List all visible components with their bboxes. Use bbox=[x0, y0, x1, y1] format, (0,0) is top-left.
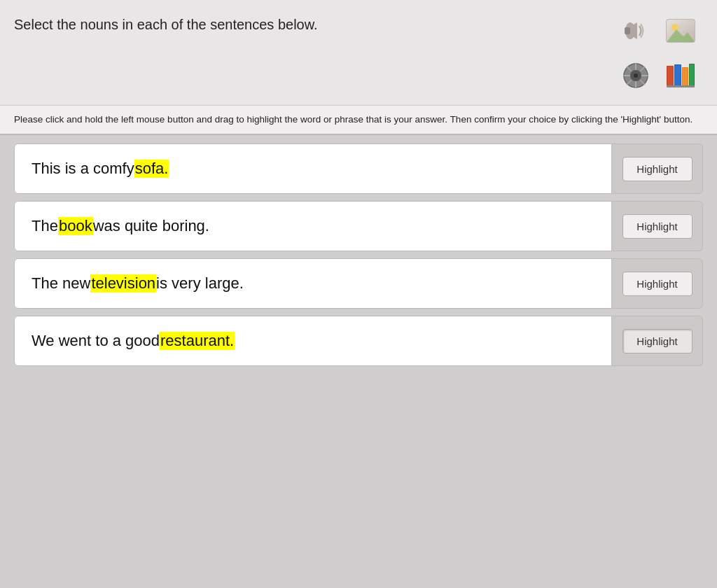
speaker-icon bbox=[622, 17, 650, 45]
highlight-panel-2: Highlight bbox=[612, 201, 703, 251]
sentence-box-4: We went to a good restaurant. bbox=[14, 316, 612, 366]
sentence-2-before: The bbox=[32, 217, 58, 235]
instructions-text: Please click and hold the left mouse but… bbox=[14, 114, 692, 125]
svg-rect-23 bbox=[683, 68, 688, 86]
page-title: Select the nouns in each of the sentence… bbox=[14, 17, 318, 33]
sentence-3-highlight: television bbox=[90, 274, 156, 293]
svg-point-5 bbox=[671, 24, 678, 31]
highlight-button-2[interactable]: Highlight bbox=[622, 214, 692, 239]
highlight-panel-1: Highlight bbox=[612, 144, 703, 194]
svg-point-9 bbox=[634, 74, 638, 78]
svg-rect-19 bbox=[667, 66, 673, 86]
sentence-3-after: is very large. bbox=[156, 274, 244, 293]
sentence-row-1: This is a comfy sofa. Highlight bbox=[14, 144, 703, 194]
sentence-row-4: We went to a good restaurant. Highlight bbox=[14, 316, 703, 366]
sentence-1-before: This is a comfy bbox=[32, 160, 134, 178]
svg-rect-1 bbox=[625, 27, 630, 34]
svg-rect-25 bbox=[690, 64, 694, 86]
svg-rect-21 bbox=[675, 65, 681, 86]
books-icon-button[interactable] bbox=[661, 56, 700, 95]
sentence-box-3: The new television is very large. bbox=[14, 258, 612, 309]
sentence-2-after: was quite boring. bbox=[93, 217, 209, 235]
image-icon-button[interactable] bbox=[661, 11, 700, 50]
instructions: Please click and hold the left mouse but… bbox=[0, 106, 717, 135]
sentence-3-before: The new bbox=[32, 274, 90, 293]
highlight-panel-3: Highlight bbox=[612, 258, 703, 309]
highlight-panel-4: Highlight bbox=[612, 316, 703, 366]
sentence-row-2: The book was quite boring. Highlight bbox=[14, 201, 703, 251]
sentence-box-2: The book was quite boring. bbox=[14, 201, 612, 251]
sentence-4-highlight: restaurant. bbox=[160, 332, 235, 350]
svg-rect-26 bbox=[667, 85, 695, 88]
header: Select the nouns in each of the sentence… bbox=[0, 0, 717, 106]
highlight-button-1[interactable]: Highlight bbox=[622, 157, 692, 181]
highlight-button-4[interactable]: Highlight bbox=[622, 329, 692, 354]
film-icon bbox=[622, 62, 650, 90]
sentence-row-3: The new television is very large. Highli… bbox=[14, 258, 703, 309]
books-icon bbox=[665, 60, 696, 91]
speaker-icon-button[interactable] bbox=[616, 11, 655, 50]
sentence-2-highlight: book bbox=[58, 217, 93, 235]
main-content: This is a comfy sofa. Highlight The book… bbox=[0, 135, 717, 374]
sentence-1-highlight: sofa. bbox=[134, 160, 169, 178]
sentence-box-1: This is a comfy sofa. bbox=[14, 144, 612, 194]
sentence-4-before: We went to a good bbox=[32, 332, 160, 350]
highlight-button-3[interactable]: Highlight bbox=[622, 272, 692, 296]
film-icon-button[interactable] bbox=[616, 56, 655, 95]
header-icons bbox=[616, 11, 703, 98]
image-icon bbox=[665, 17, 696, 45]
